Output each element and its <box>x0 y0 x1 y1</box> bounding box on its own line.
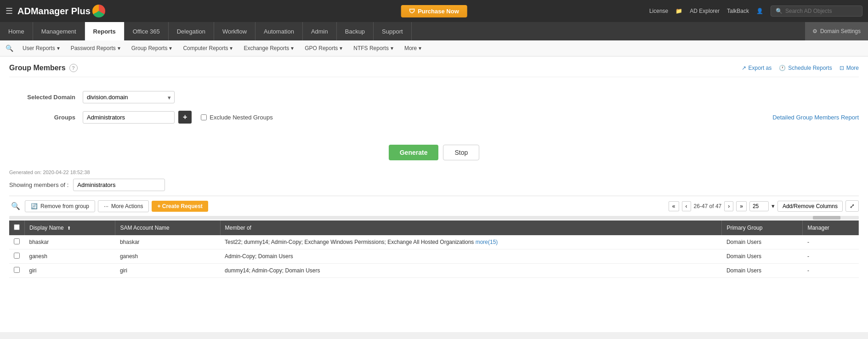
detailed-group-link[interactable]: Detailed Group Members Report <box>772 114 859 121</box>
chevron-down-icon: ▾ <box>230 45 233 51</box>
hamburger-icon[interactable]: ☰ <box>6 6 13 16</box>
cell-primary-group: Domain Users <box>722 249 803 264</box>
nav-workflow[interactable]: Workflow <box>214 22 255 40</box>
schedule-icon: 🕐 <box>779 65 786 71</box>
more-icon: ⊡ <box>840 65 844 71</box>
cell-sam-account: giri <box>115 264 220 278</box>
more-actions-button[interactable]: ··· More Actions <box>98 200 149 212</box>
nav-support[interactable]: Support <box>374 22 412 40</box>
select-all-checkbox[interactable] <box>14 224 20 230</box>
purchase-button[interactable]: 🛡 Purchase Now <box>401 5 467 17</box>
help-icon[interactable]: ? <box>69 64 78 72</box>
toolbar-search-icon[interactable]: 🔍 <box>9 200 22 212</box>
domain-settings-button[interactable]: ⚙ Domain Settings <box>805 22 868 40</box>
search-icon: 🔍 <box>776 8 783 14</box>
row-checkbox[interactable] <box>14 238 20 244</box>
create-request-button[interactable]: + Create Request <box>152 201 208 212</box>
domain-label: Selected Domain <box>9 94 83 101</box>
chevron-down-icon: ▾ <box>169 45 172 51</box>
stop-button[interactable]: Stop <box>443 145 479 160</box>
cell-display-name: ganesh <box>25 249 115 264</box>
remove-icon: 🔄 <box>31 203 38 209</box>
nav-backup[interactable]: Backup <box>337 22 374 40</box>
col-display-name[interactable]: Display Name ⬆ <box>25 220 115 235</box>
chevron-down-icon: ▾ <box>118 45 120 51</box>
domain-select[interactable]: division.domain <box>83 91 175 103</box>
row-checkbox[interactable] <box>14 267 20 273</box>
schedule-reports-button[interactable]: 🕐 Schedule Reports <box>779 65 832 71</box>
add-remove-columns-button[interactable]: Add/Remove Columns <box>777 201 843 212</box>
nav-admin[interactable]: Admin <box>303 22 337 40</box>
scrollbar-thumb[interactable] <box>813 216 840 220</box>
pagination-info: 26-47 of 47 <box>694 203 722 209</box>
remove-from-group-button[interactable]: 🔄 Remove from group <box>25 200 95 212</box>
nav-bar: Home Management Reports Office 365 Deleg… <box>0 22 868 40</box>
chevron-down-icon: ▾ <box>340 45 342 51</box>
chevron-down-icon: ▾ <box>419 45 421 51</box>
gear-icon: ⚙ <box>812 28 817 34</box>
exclude-nested-checkbox[interactable] <box>201 114 207 120</box>
cell-member-of: Admin-Copy; Domain Users <box>220 249 722 264</box>
purchase-icon: 🛡 <box>409 8 415 15</box>
col-primary-group: Primary Group <box>722 220 803 235</box>
app-logo: ADManager Plus <box>17 5 105 17</box>
header-actions: ↗ Export as 🕐 Schedule Reports ⊡ More <box>742 65 859 71</box>
logo-circle <box>92 5 105 17</box>
select-all-header <box>9 220 25 235</box>
row-checkbox-cell <box>9 235 25 249</box>
sub-nav-password-reports[interactable]: Password Reports ▾ <box>66 43 125 53</box>
sub-nav-exchange-reports[interactable]: Exchange Reports ▾ <box>239 43 298 53</box>
sub-nav-group-reports[interactable]: Group Reports ▾ <box>127 43 177 53</box>
sub-nav: 🔍 User Reports ▾ Password Reports ▾ Grou… <box>0 40 868 56</box>
chevron-down-icon: ▾ <box>57 45 60 51</box>
showing-members-select[interactable]: Administrators <box>73 179 165 191</box>
sub-nav-computer-reports[interactable]: Computer Reports ▾ <box>178 43 237 53</box>
generate-button[interactable]: Generate <box>389 145 439 160</box>
sub-nav-gpo-reports[interactable]: GPO Reports ▾ <box>300 43 347 53</box>
nav-reports[interactable]: Reports <box>85 22 125 40</box>
page-size-select[interactable]: 25 <box>749 201 769 211</box>
more-link[interactable]: more(15) <box>476 239 498 245</box>
sub-nav-search-icon[interactable]: 🔍 <box>6 45 13 52</box>
sub-nav-more[interactable]: More ▾ <box>400 43 426 53</box>
groups-input[interactable] <box>83 111 175 124</box>
domain-select-wrapper: division.domain ▾ <box>83 91 175 103</box>
nav-home[interactable]: Home <box>0 22 33 40</box>
prev-page-button[interactable]: ‹ <box>682 201 691 211</box>
row-checkbox-cell <box>9 249 25 264</box>
search-ad-input[interactable] <box>785 8 854 14</box>
row-checkbox[interactable] <box>14 253 20 259</box>
first-page-button[interactable]: « <box>669 201 679 211</box>
last-page-button[interactable]: » <box>736 201 747 211</box>
nav-office365[interactable]: Office 365 <box>125 22 169 40</box>
showing-members-label: Showing members of : <box>9 181 68 188</box>
nav-management[interactable]: Management <box>33 22 85 40</box>
export-icon: ↗ <box>742 65 746 71</box>
sub-nav-user-reports[interactable]: User Reports ▾ <box>18 43 64 53</box>
more-button[interactable]: ⊡ More <box>840 65 859 71</box>
chevron-down-icon: ▾ <box>391 45 393 51</box>
data-table: Display Name ⬆ SAM Account Name Member o… <box>9 220 859 278</box>
folder-icon: 📁 <box>675 8 682 14</box>
page-title: Group Members <box>9 64 66 72</box>
export-as-button[interactable]: ↗ Export as <box>742 65 772 71</box>
sub-nav-ntfs-reports[interactable]: NTFS Reports ▾ <box>349 43 398 53</box>
col-manager: Manager <box>803 220 859 235</box>
scrollbar-area[interactable] <box>9 216 859 220</box>
next-page-button[interactable]: › <box>724 201 733 211</box>
col-member-of: Member of <box>220 220 722 235</box>
nav-delegation[interactable]: Delegation <box>169 22 214 40</box>
nav-automation[interactable]: Automation <box>255 22 303 40</box>
expand-table-button[interactable]: ⤢ <box>845 200 859 212</box>
cell-primary-group: Domain Users <box>722 235 803 249</box>
ad-explorer-link[interactable]: AD Explorer <box>690 8 720 14</box>
table-row: bhaskar bhaskar Test22; dummy14; Admin-C… <box>9 235 859 249</box>
cell-sam-account: bhaskar <box>115 235 220 249</box>
cell-manager: - <box>803 264 859 278</box>
table-row: ganesh ganesh Admin-Copy; Domain Users D… <box>9 249 859 264</box>
groups-row: Groups + Exclude Nested Groups Detailed … <box>9 111 859 124</box>
talkback-link[interactable]: TalkBack <box>727 8 749 14</box>
page-header: Group Members ? ↗ Export as 🕐 Schedule R… <box>9 64 859 77</box>
license-link[interactable]: License <box>649 8 668 14</box>
add-group-button[interactable]: + <box>178 111 192 124</box>
